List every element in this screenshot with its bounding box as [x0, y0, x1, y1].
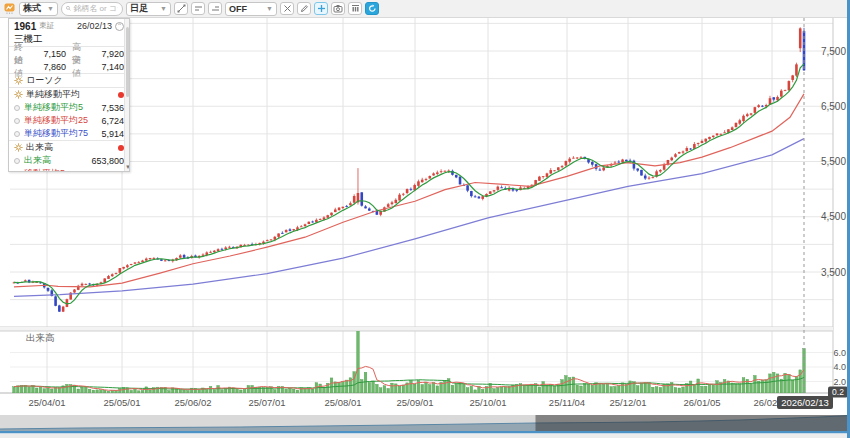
svg-text:25/09/01: 25/09/01: [397, 397, 434, 408]
volume-value: 653,800: [91, 156, 124, 166]
svg-text:6,500: 6,500: [821, 101, 846, 112]
snapshot-camera-button[interactable]: [331, 2, 345, 15]
volume-ma5-label: 移動平均5: [24, 167, 65, 172]
search-icon: [66, 5, 71, 12]
chevron-down-icon: ▼: [43, 5, 54, 12]
svg-text:3,500: 3,500: [821, 267, 846, 278]
svg-text:6.0: 6.0: [833, 348, 846, 358]
close-value: 7,150: [31, 49, 72, 59]
toggle-circle-icon[interactable]: [14, 171, 20, 173]
sma25-value: 6,724: [101, 116, 124, 126]
svg-text:25/10/01: 25/10/01: [470, 397, 507, 408]
gear-icon[interactable]: [14, 143, 23, 152]
svg-text:25/07/01: 25/07/01: [249, 397, 286, 408]
add-indicator-button[interactable]: [314, 2, 328, 15]
svg-text:25/11/04: 25/11/04: [549, 397, 585, 408]
svg-text:25/12/01: 25/12/01: [610, 397, 647, 408]
svg-text:5,500: 5,500: [821, 156, 846, 167]
exchange-label: 東証: [39, 21, 54, 31]
market-compare-button[interactable]: [348, 2, 362, 15]
sma75-label: 単純移動平均75: [24, 127, 88, 140]
sma-section-label: 単純移動平均: [26, 88, 80, 101]
scroll-down-arrow-icon[interactable]: ▼: [125, 164, 130, 170]
toggle-circle-icon[interactable]: [14, 158, 20, 164]
crosshair-mode-button[interactable]: [280, 2, 294, 15]
volume-ma5-value: 336,960: [91, 169, 124, 173]
sma5-label: 単純移動平均5: [24, 101, 83, 114]
low-label: 安値: [72, 54, 89, 80]
low-value: 7,140: [89, 62, 124, 72]
volume-pane-label: 出来高: [26, 332, 55, 343]
svg-text:25/08/01: 25/08/01: [325, 397, 362, 408]
svg-text:4.0: 4.0: [833, 362, 846, 372]
chevron-down-icon: ▼: [262, 5, 273, 12]
price-line-tool-button[interactable]: [208, 2, 222, 15]
refresh-button[interactable]: [365, 2, 379, 15]
timeframe-select[interactable]: 日足▼: [126, 2, 171, 16]
svg-text:25/06/02: 25/06/02: [175, 397, 212, 408]
navigator-selected-range[interactable]: [536, 415, 850, 431]
svg-text:2.0: 2.0: [833, 377, 846, 387]
svg-text:26/01/05: 26/01/05: [684, 397, 721, 408]
svg-text:25/05/01: 25/05/01: [104, 397, 141, 408]
toolbar: 株式▼ 銘柄名 or コード 日足▼ OFF▼: [0, 0, 850, 18]
svg-text:25/04/01: 25/04/01: [29, 397, 66, 408]
comparison-select[interactable]: OFF▼: [225, 2, 277, 16]
panel-scrollbar[interactable]: ▼: [124, 19, 129, 171]
toggle-circle-icon[interactable]: [14, 131, 20, 137]
window-bottom-strip: [0, 434, 850, 438]
app-logo-icon[interactable]: [3, 2, 16, 16]
gear-icon[interactable]: [14, 90, 23, 99]
open-value: 7,860: [31, 62, 72, 72]
asset-type-select[interactable]: 株式▼: [19, 2, 58, 16]
trading-chart-window: 7,5006,5005,5004,5003,5006.04.02.025/04/…: [0, 0, 850, 438]
volume-axis-badge: 0.2: [828, 387, 848, 398]
selected-date-badge: 2026/02/13: [777, 396, 833, 409]
horizontal-line-tool-button[interactable]: [191, 2, 205, 15]
sma25-label: 単純移動平均25: [24, 114, 88, 127]
toggle-circle-icon[interactable]: [14, 105, 20, 111]
candle-section-label: ローソク: [26, 74, 63, 87]
high-value: 7,920: [89, 49, 124, 59]
sma5-value: 7,536: [101, 103, 124, 113]
symbol-search-input[interactable]: 銘柄名 or コード: [61, 2, 123, 16]
legend-panel: 1961 東証 26/02/13 ⌃ 三機工 終値 7,150 高値 7,920…: [8, 18, 130, 172]
svg-text:2026/02/13: 2026/02/13: [781, 397, 829, 408]
navigator-bottom-border: [0, 431, 850, 434]
collapse-panel-icon[interactable]: ⌃: [115, 22, 124, 31]
draw-pencil-button[interactable]: [297, 2, 311, 15]
volume-section-label: 出来高: [26, 141, 53, 154]
svg-text:0.2: 0.2: [832, 387, 844, 397]
pane-splitter[interactable]: [0, 327, 833, 331]
gear-icon[interactable]: [14, 76, 23, 85]
trendline-tool-button[interactable]: [174, 2, 188, 15]
svg-text:7,500: 7,500: [821, 46, 846, 57]
stock-code: 1961: [14, 21, 36, 32]
toggle-circle-icon[interactable]: [14, 118, 20, 124]
volume-label: 出来高: [24, 154, 51, 167]
svg-text:4,500: 4,500: [821, 211, 846, 222]
quote-date: 26/02/13: [77, 21, 112, 31]
chevron-down-icon: ▼: [156, 5, 167, 12]
sma75-value: 5,914: [101, 129, 124, 139]
